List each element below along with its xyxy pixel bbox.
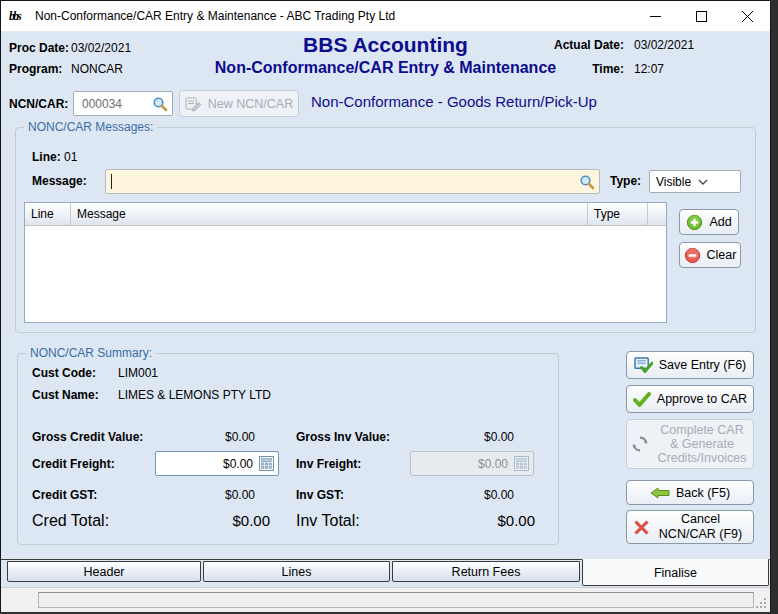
cust-name-value: LIMES & LEMONS PTY LTD [118,388,271,402]
cancel-ncn-button[interactable]: Cancel NCN/CAR (F9) [626,510,754,544]
message-field [105,169,600,194]
back-label: Back (F5) [676,486,730,500]
line-label: Line: [32,150,61,164]
calculator-icon [514,456,529,471]
message-label: Message: [32,174,87,188]
clear-button-label: Clear [707,248,737,262]
inv-gst-value: $0.00 [378,488,514,502]
new-document-icon [185,96,202,112]
status-panel [38,592,754,608]
header-right: Actual Date:03/02/2021 Time:12:07 [554,38,698,86]
inv-gst-label: Inv GST: [296,488,344,502]
gross-inv-value: $0.00 [378,430,514,444]
credit-freight-label: Credit Freight: [32,457,115,471]
add-plus-icon [686,214,703,231]
tab-return-fees[interactable]: Return Fees [392,561,580,582]
calculator-icon[interactable] [259,456,274,471]
app-logo-icon: bbs [9,9,29,24]
complete-car-label: Complete CAR & Generate Credits/Invoices [655,423,749,465]
save-entry-button[interactable]: Save Entry (F6) [626,351,754,379]
clear-minus-icon [684,247,701,264]
resize-grip[interactable] [755,597,768,610]
actual-date-label: Actual Date: [554,38,624,52]
messages-groupbox: NONC/CAR Messages: Line: 01 Message: Typ… [15,127,756,333]
actual-date-value: 03/02/2021 [634,38,698,52]
cust-name-label: Cust Name: [32,388,118,402]
credit-gst-value: $0.00 [118,488,255,502]
credit-freight-input[interactable] [156,456,255,472]
back-arrow-icon [650,487,670,499]
type-selected-value: Visible [656,175,692,189]
ncn-status-text: Non-Conformance - Goods Return/Pick-Up [311,93,597,110]
credit-freight-field [155,451,279,476]
cancel-x-icon [634,520,649,535]
add-button-label: Add [709,215,731,229]
message-input[interactable] [112,174,579,190]
chevron-down-icon [698,179,734,185]
search-icon[interactable] [152,96,168,112]
credit-gst-label: Credit GST: [32,488,97,502]
inv-freight-label: Inv Freight: [296,457,361,471]
app-window: bbs Non-Conformance/CAR Entry & Maintena… [0,0,771,612]
inv-freight-input [411,456,510,472]
time-value: 12:07 [634,62,698,76]
save-entry-label: Save Entry (F6) [659,358,747,372]
back-button[interactable]: Back (F5) [626,480,754,505]
cancel-ncn-label: Cancel NCN/CAR (F9) [655,512,747,542]
inv-total-label: Inv Total: [296,512,360,530]
message-search-icon[interactable] [579,174,595,190]
gross-inv-label: Gross Inv Value: [296,430,390,444]
ncn-car-field [73,91,173,116]
column-header-line[interactable]: Line [25,203,71,225]
approve-check-icon [633,392,651,407]
line-value: 01 [64,150,77,164]
tab-strip: Header Lines Return Fees Finalise [1,559,770,588]
summary-group-title: NONC/CAR Summary: [26,346,156,360]
summary-groupbox: NONC/CAR Summary: Cust Code: LIM001 Cust… [17,353,559,545]
tab-lines[interactable]: Lines [203,561,390,582]
gross-credit-value: $0.00 [118,430,255,444]
cust-code-value: LIM001 [118,366,158,380]
new-ncn-car-button[interactable]: New NCN/CAR [179,90,299,117]
cred-total-value: $0.00 [118,512,270,529]
title-bar: bbs Non-Conformance/CAR Entry & Maintena… [1,1,770,32]
clear-button[interactable]: Clear [679,242,741,268]
tab-header[interactable]: Header [7,561,201,582]
minimize-button[interactable] [632,1,678,31]
maximize-button[interactable] [678,1,724,31]
line-row: Line: 01 [32,150,77,164]
messages-group-title: NONC/CAR Messages: [24,120,157,134]
cred-total-label: Cred Total: [32,512,109,530]
type-select[interactable]: Visible [649,170,741,193]
complete-car-button[interactable]: Complete CAR & Generate Credits/Invoices [626,419,754,469]
recycle-icon [631,435,649,453]
ncn-car-label: NCN/CAR: [9,97,68,111]
messages-table[interactable]: Line Message Type [24,202,667,323]
approve-to-car-label: Approve to CAR [657,392,747,406]
new-ncn-car-label: New NCN/CAR [208,97,293,111]
save-icon [634,357,653,374]
add-button[interactable]: Add [679,209,739,235]
status-bar [1,587,770,612]
tab-finalise[interactable]: Finalise [582,559,769,586]
column-header-message[interactable]: Message [71,203,588,225]
inv-freight-field [410,451,534,476]
window-title: Non-Conformance/CAR Entry & Maintenance … [35,9,395,23]
inv-total-value: $0.00 [378,512,535,529]
close-button[interactable] [724,1,770,31]
type-label: Type: [610,174,641,188]
approve-to-car-button[interactable]: Approve to CAR [626,385,754,413]
column-header-type[interactable]: Type [588,203,648,225]
cust-code-label: Cust Code: [32,366,118,380]
time-label: Time: [592,62,624,76]
ncn-car-input[interactable] [80,96,152,112]
messages-table-header: Line Message Type [25,203,666,226]
